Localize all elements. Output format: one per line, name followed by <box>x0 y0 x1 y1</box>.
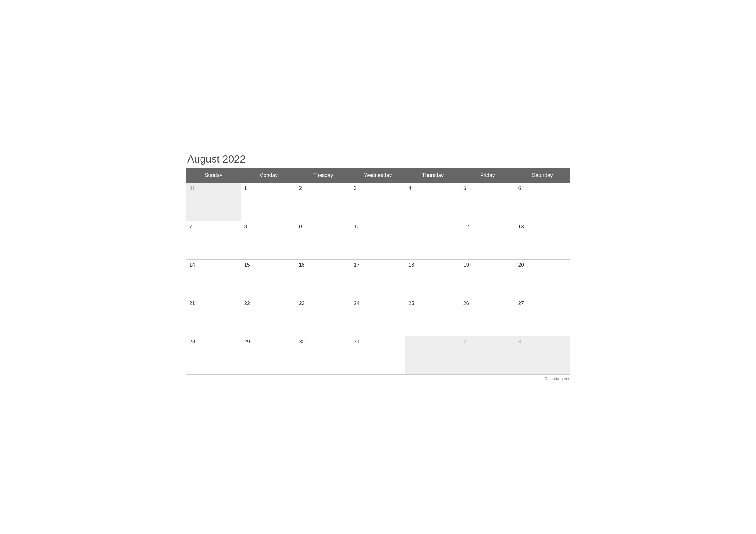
calendar-day-cell[interactable]: 13 <box>515 221 570 260</box>
calendar-day-cell[interactable]: 3 <box>351 183 405 221</box>
calendar-header-friday: Friday <box>460 168 515 183</box>
calendar-week-row: 14151617181920 <box>186 260 570 298</box>
calendar-day-cell[interactable]: 22 <box>241 298 296 336</box>
calendar-day-cell[interactable]: 11 <box>405 221 460 260</box>
calendar-title: August 2022 <box>186 153 570 165</box>
calendar-day-cell[interactable]: 1 <box>241 183 296 221</box>
calendar-day-cell[interactable]: 2 <box>296 183 351 221</box>
calendar-day-cell[interactable]: 20 <box>515 260 570 298</box>
calendar-day-cell[interactable]: 17 <box>351 260 405 298</box>
calendar-day-cell[interactable]: 31 <box>186 183 241 221</box>
calendar-day-cell[interactable]: 25 <box>405 298 460 336</box>
calendar-day-cell[interactable]: 14 <box>186 260 241 298</box>
calendar-header-thursday: Thursday <box>405 168 460 183</box>
calendar-day-cell[interactable]: 29 <box>241 336 296 375</box>
calendar-header-tuesday: Tuesday <box>296 168 351 183</box>
calendar-day-cell[interactable]: 21 <box>186 298 241 336</box>
calendar-day-cell[interactable]: 31 <box>351 336 405 375</box>
calendar-day-cell[interactable]: 9 <box>296 221 351 260</box>
calendar-header-saturday: Saturday <box>515 168 570 183</box>
calendar-day-cell[interactable]: 10 <box>351 221 405 260</box>
calendar-table: SundayMondayTuesdayWednesdayThursdayFrid… <box>186 168 570 375</box>
calendar-week-row: 21222324252627 <box>186 298 570 336</box>
calendar-header-monday: Monday <box>241 168 296 183</box>
calendar-day-cell[interactable]: 5 <box>460 183 515 221</box>
calendar-day-cell[interactable]: 19 <box>460 260 515 298</box>
calendar-day-cell[interactable]: 2 <box>460 336 515 375</box>
calendar-day-cell[interactable]: 24 <box>351 298 405 336</box>
calendar-day-cell[interactable]: 6 <box>515 183 570 221</box>
calendar-week-row: 31123456 <box>186 183 570 221</box>
calendar-day-cell[interactable]: 26 <box>460 298 515 336</box>
calendar-header-wednesday: Wednesday <box>351 168 405 183</box>
calendar-day-cell[interactable]: 23 <box>296 298 351 336</box>
calendar-wrapper: August 2022 SundayMondayTuesdayWednesday… <box>186 153 570 381</box>
calendar-day-cell[interactable]: 30 <box>296 336 351 375</box>
calendar-week-row: 78910111213 <box>186 221 570 260</box>
calendar-day-cell[interactable]: 18 <box>405 260 460 298</box>
calendar-day-cell[interactable]: 1 <box>405 336 460 375</box>
calendar-footer: iCalendars.net <box>186 376 570 381</box>
calendar-day-cell[interactable]: 8 <box>241 221 296 260</box>
calendar-header-sunday: Sunday <box>186 168 241 183</box>
calendar-header-row: SundayMondayTuesdayWednesdayThursdayFrid… <box>186 168 570 183</box>
calendar-day-cell[interactable]: 4 <box>405 183 460 221</box>
calendar-day-cell[interactable]: 12 <box>460 221 515 260</box>
calendar-day-cell[interactable]: 15 <box>241 260 296 298</box>
calendar-day-cell[interactable]: 28 <box>186 336 241 375</box>
calendar-day-cell[interactable]: 27 <box>515 298 570 336</box>
calendar-week-row: 28293031123 <box>186 336 570 375</box>
calendar-day-cell[interactable]: 3 <box>515 336 570 375</box>
calendar-day-cell[interactable]: 16 <box>296 260 351 298</box>
calendar-day-cell[interactable]: 7 <box>186 221 241 260</box>
